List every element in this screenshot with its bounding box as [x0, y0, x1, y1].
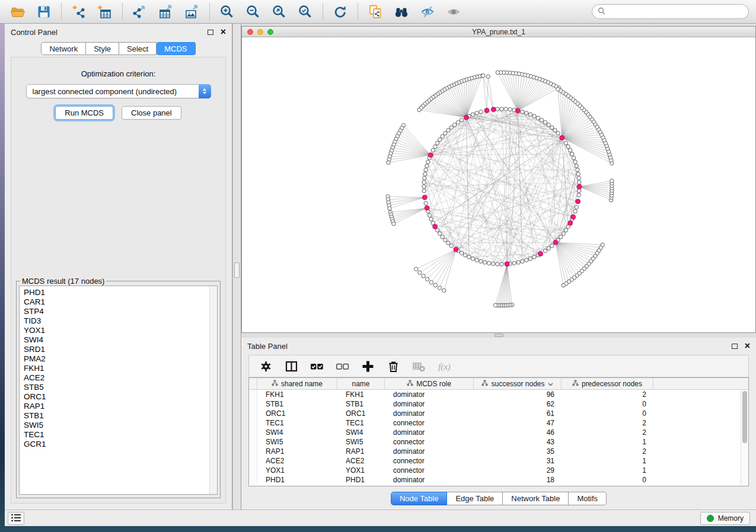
deselect-all-columns-icon[interactable] [333, 357, 351, 375]
tab-network[interactable]: Network [41, 42, 86, 55]
mcds-result-item[interactable]: STB5 [24, 383, 209, 392]
tab-motifs[interactable]: Motifs [569, 492, 607, 505]
clone-network-icon[interactable] [365, 2, 386, 21]
zoom-out-icon[interactable] [243, 2, 264, 21]
import-table-icon[interactable] [94, 2, 116, 21]
tab-style[interactable]: Style [86, 42, 119, 55]
graph-nodes[interactable] [386, 70, 614, 307]
mcds-result-item[interactable]: RAP1 [24, 402, 209, 411]
mcds-result-item[interactable]: FKH1 [24, 364, 209, 373]
table-row[interactable]: YOX1YOX1connector291 [249, 466, 748, 475]
search-icon [598, 7, 605, 17]
table-row[interactable]: ACE2ACE2connector311 [249, 456, 748, 466]
run-mcds-button[interactable]: Run MCDS [55, 106, 113, 120]
splitter-handle[interactable] [234, 262, 240, 278]
table-scrollbar[interactable] [741, 390, 748, 486]
maximize-window-icon[interactable] [267, 29, 273, 35]
tab-mcds[interactable]: MCDS [157, 42, 195, 55]
split-panel-icon[interactable] [282, 357, 300, 375]
mcds-result-item[interactable]: SRD1 [24, 345, 209, 354]
close-panel-icon[interactable]: × [221, 28, 226, 36]
close-panel-button[interactable]: Close panel [122, 106, 181, 120]
create-column-icon[interactable] [359, 357, 377, 375]
select-all-columns-icon[interactable] [308, 357, 326, 375]
delete-columns-icon[interactable] [384, 357, 402, 375]
cell-predecessor_nodes: 1 [562, 438, 653, 446]
save-session-icon[interactable] [33, 2, 55, 21]
show-all-icon[interactable] [443, 2, 464, 21]
table-row[interactable]: SWI4SWI4dominator462 [249, 428, 748, 437]
splitter-handle[interactable] [495, 334, 503, 337]
tab-network-table[interactable]: Network Table [503, 492, 569, 505]
column-header-shared-name[interactable]: shared name [257, 378, 337, 389]
cell-predecessor_nodes: 2 [562, 419, 653, 427]
cell-shared_name: SWI5 [257, 438, 337, 446]
tab-select[interactable]: Select [119, 42, 157, 55]
column-header-successor-nodes[interactable]: successor nodes [474, 378, 562, 389]
fit-content-icon[interactable] [269, 2, 290, 21]
float-panel-icon[interactable] [208, 30, 213, 35]
cell-mcds_role: dominator [385, 400, 474, 408]
result-list-scrollbar[interactable] [209, 286, 217, 494]
search-box[interactable] [592, 4, 749, 19]
minimize-window-icon[interactable] [257, 29, 263, 35]
table-row[interactable]: PHD1PHD1dominator180 [249, 475, 748, 485]
horizontal-splitter[interactable] [241, 333, 756, 338]
mcds-result-item[interactable]: PMA2 [24, 354, 209, 364]
table-row[interactable]: TEC1TEC1connector472 [249, 418, 748, 428]
mcds-result-item[interactable]: STB1 [24, 411, 209, 421]
export-image-icon[interactable] [181, 2, 203, 21]
mcds-result-item[interactable]: PHD1 [24, 288, 209, 297]
close-panel-icon[interactable]: × [745, 342, 750, 350]
export-table-icon[interactable] [155, 2, 177, 21]
mcds-result-item[interactable]: TEC1 [24, 430, 209, 440]
tab-edge-table[interactable]: Edge Table [447, 492, 503, 505]
toolbar-separator [323, 4, 323, 20]
open-session-icon[interactable] [7, 2, 28, 21]
memory-status-icon [707, 515, 714, 522]
table-row[interactable]: FKH1FKH1dominator962 [249, 390, 748, 399]
zoom-in-icon[interactable] [216, 2, 238, 21]
import-network-icon[interactable] [68, 2, 90, 21]
column-header-predecessor-nodes[interactable]: predecessor nodes [562, 378, 653, 389]
zoom-selected-icon[interactable] [295, 2, 316, 21]
network-canvas[interactable] [242, 37, 755, 332]
mcds-result-list[interactable]: PHD1CAR1STP4TID3YOX1SWI4SRD1PMA2FKH1ACE2… [20, 286, 209, 494]
memory-button[interactable]: Memory [700, 512, 750, 525]
table-row[interactable]: ORC1ORC1dominator610 [249, 409, 748, 418]
mcds-result-item[interactable]: YOX1 [24, 326, 209, 335]
cell-mcds_role: connector [385, 419, 474, 427]
table-row[interactable]: STB1STB1dominator620 [249, 399, 748, 409]
mcds-result-item[interactable]: ORC1 [24, 392, 209, 402]
show-panels-button[interactable] [8, 512, 24, 525]
search-input[interactable] [609, 8, 743, 16]
tab-node-table[interactable]: Node Table [391, 492, 448, 505]
column-settings-icon[interactable] [257, 357, 275, 375]
export-network-icon[interactable] [129, 2, 151, 21]
cell-predecessor_nodes: 1 [562, 457, 653, 465]
scrollbar-thumb[interactable] [742, 391, 747, 443]
criterion-select[interactable]: largest connected component (undirected) [26, 84, 211, 98]
mcds-result-item[interactable]: CAR1 [24, 297, 209, 307]
svg-text:f(x): f(x) [438, 361, 451, 371]
column-header-MCDS-role[interactable]: MCDS role [385, 378, 474, 389]
mcds-result-item[interactable]: SWI4 [24, 335, 209, 345]
hide-selected-icon[interactable] [417, 2, 438, 21]
mcds-result-item[interactable]: STP4 [24, 307, 209, 316]
apply-preferred-layout-icon[interactable] [330, 2, 351, 21]
mcds-result-item[interactable]: GCR1 [24, 440, 209, 449]
mcds-result-item[interactable]: TID3 [24, 316, 209, 326]
cell-successor_nodes: 18 [474, 476, 562, 484]
vertical-splitter[interactable] [232, 24, 241, 509]
cell-mcds_role: dominator [385, 390, 474, 399]
table-row[interactable]: SWI5SWI5connector431 [249, 437, 748, 447]
mcds-result-item[interactable]: ACE2 [24, 373, 209, 383]
shared-column-icon [481, 380, 488, 388]
column-header-name[interactable]: name [337, 378, 385, 389]
first-neighbors-icon[interactable] [391, 2, 412, 21]
float-panel-icon[interactable] [732, 344, 738, 349]
close-window-icon[interactable] [247, 29, 253, 35]
table-row[interactable]: RAP1RAP1dominator352 [249, 447, 748, 456]
row-gutter [249, 447, 257, 456]
mcds-result-item[interactable]: SWI5 [24, 421, 209, 430]
